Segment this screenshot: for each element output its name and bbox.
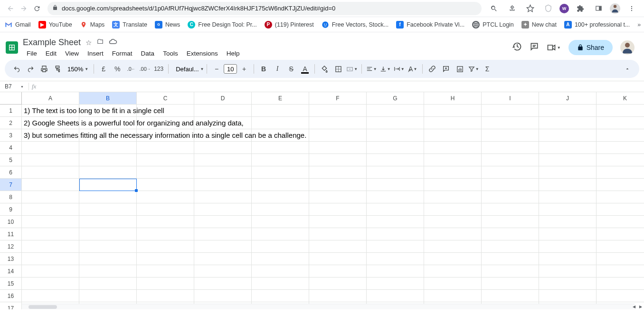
cell[interactable] (309, 290, 367, 302)
wrap-button[interactable]: ▼ (393, 63, 405, 75)
cell[interactable] (482, 117, 539, 129)
column-header[interactable]: J (539, 92, 597, 105)
cell[interactable] (22, 278, 79, 290)
cell[interactable] (367, 154, 424, 166)
cell[interactable] (79, 290, 137, 302)
cell[interactable] (22, 191, 79, 203)
bookmark-freepik[interactable]: Free Vectors, Stock... (322, 21, 389, 29)
rotate-button[interactable]: A↗▼ (407, 63, 419, 75)
cell[interactable] (137, 203, 194, 216)
cell[interactable] (482, 179, 539, 191)
cell[interactable] (539, 191, 597, 203)
cell[interactable] (309, 240, 367, 253)
cell[interactable] (194, 142, 252, 154)
cell[interactable] (539, 105, 597, 117)
cell[interactable] (194, 105, 252, 117)
cell[interactable]: 1) The text is too long to be fit in a s… (22, 105, 79, 117)
comments-icon[interactable] (530, 42, 539, 54)
menu-data[interactable]: Data (137, 49, 159, 58)
cell[interactable] (424, 240, 482, 253)
cell[interactable] (539, 203, 597, 216)
cell[interactable] (252, 105, 309, 117)
bookmarks-overflow-icon[interactable]: » (637, 18, 641, 31)
cell[interactable] (309, 179, 367, 191)
increase-font-button[interactable]: + (238, 63, 250, 75)
row-header[interactable]: 9 (0, 203, 22, 216)
undo-button[interactable] (10, 63, 23, 75)
cell[interactable] (309, 191, 367, 203)
row-header[interactable]: 16 (0, 290, 22, 302)
shield-extension-icon[interactable] (541, 2, 555, 15)
cell[interactable] (22, 290, 79, 302)
cell[interactable] (482, 216, 539, 228)
cell[interactable] (137, 179, 194, 191)
cell[interactable] (22, 240, 79, 253)
cell[interactable] (22, 142, 79, 154)
column-header[interactable]: E (252, 92, 309, 105)
cell[interactable] (252, 290, 309, 302)
cell[interactable]: 2) Google Sheets is a powerful tool for … (22, 117, 79, 129)
tab-icon[interactable] (592, 2, 605, 15)
cell[interactable] (137, 278, 194, 290)
row-header[interactable]: 7 (0, 179, 22, 191)
cell[interactable] (482, 265, 539, 278)
cell[interactable] (79, 228, 137, 240)
cell[interactable] (597, 142, 644, 154)
italic-button[interactable]: I (271, 63, 284, 75)
cell[interactable] (539, 142, 597, 154)
horizontal-align-button[interactable]: ▼ (365, 63, 378, 75)
cell[interactable] (424, 166, 482, 179)
account-avatar[interactable] (620, 40, 635, 55)
cell[interactable] (367, 142, 424, 154)
cell[interactable] (424, 142, 482, 154)
cell[interactable] (309, 253, 367, 265)
profile-avatar[interactable] (610, 3, 620, 14)
cell[interactable] (539, 117, 597, 129)
bookmark-professional[interactable]: A100+ professional t... (564, 21, 630, 29)
cell[interactable] (194, 154, 252, 166)
cell[interactable] (309, 228, 367, 240)
cell[interactable] (597, 253, 644, 265)
cell[interactable] (194, 166, 252, 179)
cell[interactable] (79, 278, 137, 290)
cell[interactable] (194, 203, 252, 216)
row-header[interactable]: 12 (0, 240, 22, 253)
cell[interactable] (309, 203, 367, 216)
cell[interactable] (539, 265, 597, 278)
bookmark-ptcl[interactable]: PTCL Login (472, 21, 514, 29)
scroll-left-icon[interactable]: ◀ (631, 304, 637, 309)
scrollbar-thumb[interactable] (28, 305, 57, 309)
cell[interactable] (22, 265, 79, 278)
cell[interactable] (424, 278, 482, 290)
cell[interactable] (309, 265, 367, 278)
cell[interactable]: 3) but sometimes fitting all the necessa… (22, 129, 79, 142)
cell[interactable] (252, 216, 309, 228)
cell[interactable] (22, 166, 79, 179)
cell[interactable] (597, 105, 644, 117)
move-icon[interactable] (96, 38, 104, 47)
meet-icon[interactable]: ▼ (547, 44, 561, 51)
row-header[interactable]: 17 (0, 302, 22, 309)
cell[interactable] (137, 166, 194, 179)
cell[interactable] (424, 105, 482, 117)
menu-view[interactable]: View (61, 49, 83, 58)
cell[interactable] (252, 228, 309, 240)
comment-button[interactable] (440, 63, 452, 75)
share-button[interactable]: Share (568, 40, 613, 55)
cell[interactable] (22, 154, 79, 166)
cell[interactable] (424, 179, 482, 191)
cell[interactable] (137, 216, 194, 228)
cell[interactable] (539, 240, 597, 253)
row-header[interactable]: 11 (0, 228, 22, 240)
cell[interactable] (367, 129, 424, 142)
cell[interactable] (367, 290, 424, 302)
cell[interactable] (597, 265, 644, 278)
cell[interactable] (194, 240, 252, 253)
row-header[interactable]: 1 (0, 105, 22, 117)
back-button[interactable] (4, 2, 17, 15)
row-header[interactable]: 4 (0, 142, 22, 154)
cell[interactable] (597, 228, 644, 240)
link-button[interactable] (426, 63, 438, 75)
cell[interactable] (482, 228, 539, 240)
forward-button[interactable] (17, 2, 30, 15)
